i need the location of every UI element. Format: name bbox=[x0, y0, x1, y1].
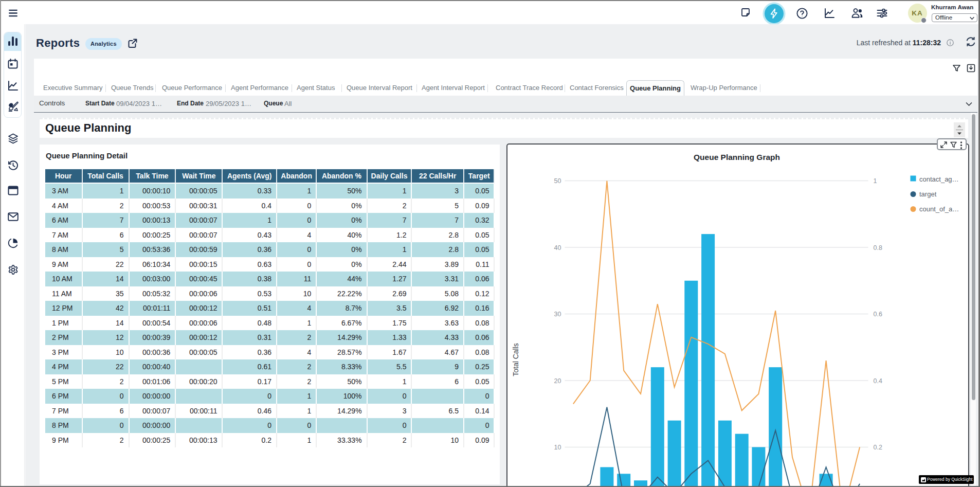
svg-text:0.4: 0.4 bbox=[873, 377, 882, 384]
svg-text:0.8: 0.8 bbox=[873, 244, 882, 251]
svg-text:Total Calls: Total Calls bbox=[511, 343, 519, 376]
svg-text:Queue Planning Graph: Queue Planning Graph bbox=[694, 152, 780, 161]
svg-text:10: 10 bbox=[554, 444, 561, 451]
svg-text:30: 30 bbox=[554, 311, 561, 318]
svg-text:count_of_a…: count_of_a… bbox=[919, 205, 959, 213]
svg-text:target: target bbox=[919, 190, 937, 198]
svg-text:40: 40 bbox=[554, 244, 561, 251]
svg-text:1: 1 bbox=[873, 177, 877, 185]
svg-text:0.2: 0.2 bbox=[873, 444, 882, 451]
svg-text:20: 20 bbox=[554, 377, 561, 384]
svg-text:contact_ag…: contact_ag… bbox=[919, 175, 959, 183]
svg-text:0.6: 0.6 bbox=[873, 311, 882, 318]
svg-text:50: 50 bbox=[554, 177, 561, 185]
